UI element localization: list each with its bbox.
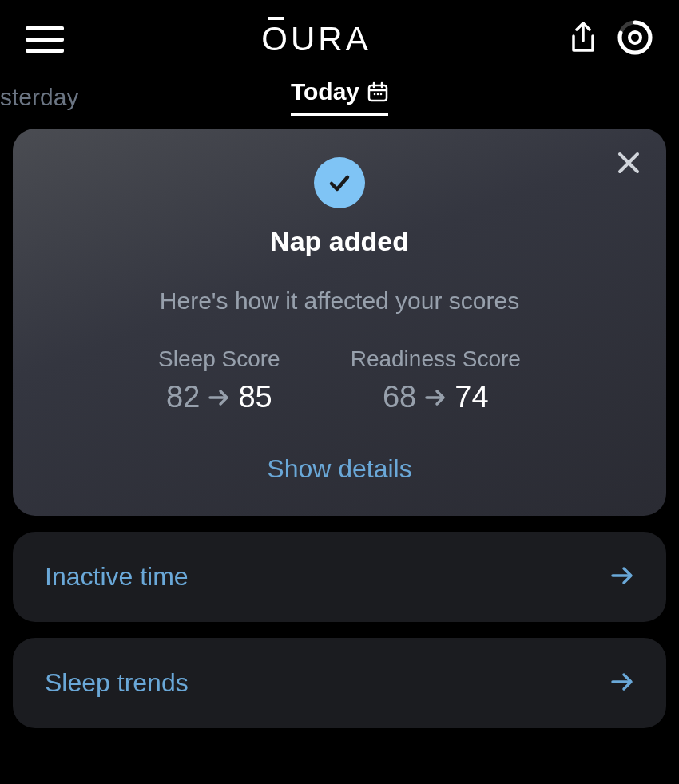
readiness-score-label: Readiness Score: [351, 346, 521, 372]
readiness-score-block: Readiness Score 68 74: [351, 346, 521, 414]
inactive-time-label: Inactive time: [45, 562, 189, 592]
svg-point-9: [380, 93, 383, 96]
nap-card-subtitle: Here's how it affected your scores: [45, 287, 634, 315]
readiness-score-after: 74: [455, 380, 488, 414]
svg-point-2: [629, 32, 641, 43]
show-details-button[interactable]: Show details: [45, 454, 634, 484]
inactive-time-card[interactable]: Inactive time: [13, 532, 666, 622]
tab-today-label: Today: [291, 78, 359, 105]
arrow-right-icon: [424, 386, 447, 409]
close-icon[interactable]: [617, 151, 641, 178]
nap-added-card: Nap added Here's how it affected your sc…: [13, 129, 666, 516]
sleep-trends-card[interactable]: Sleep trends: [13, 638, 666, 728]
app-logo: OURA: [261, 20, 371, 58]
arrow-right-icon: [208, 386, 230, 409]
sleep-score-after: 85: [238, 380, 272, 414]
chevron-right-icon: [610, 670, 634, 697]
tab-yesterday[interactable]: sterday: [0, 84, 78, 111]
check-icon: [314, 157, 365, 208]
header-right: [569, 19, 653, 59]
sleep-score-before: 82: [166, 380, 200, 414]
ring-progress-icon[interactable]: [617, 19, 653, 59]
app-header: OURA: [0, 0, 679, 72]
svg-point-7: [374, 93, 376, 96]
sleep-score-values: 82 85: [158, 380, 280, 414]
calendar-icon: [367, 81, 388, 102]
nap-card-title: Nap added: [45, 226, 634, 257]
readiness-score-before: 68: [383, 380, 416, 414]
menu-icon[interactable]: [26, 26, 64, 53]
readiness-score-values: 68 74: [351, 380, 521, 414]
tab-today[interactable]: Today: [291, 78, 388, 116]
svg-rect-3: [369, 85, 387, 101]
main-content: Nap added Here's how it affected your sc…: [0, 129, 679, 728]
sleep-score-label: Sleep Score: [158, 346, 280, 372]
svg-point-8: [377, 93, 379, 96]
share-icon[interactable]: [569, 22, 598, 57]
sleep-trends-label: Sleep trends: [45, 668, 189, 698]
sleep-score-block: Sleep Score 82 85: [158, 346, 280, 414]
date-tabs: sterday Today: [0, 72, 679, 129]
chevron-right-icon: [610, 564, 634, 591]
header-left: [26, 26, 64, 53]
score-comparison: Sleep Score 82 85 Readiness Score 68: [45, 346, 634, 414]
